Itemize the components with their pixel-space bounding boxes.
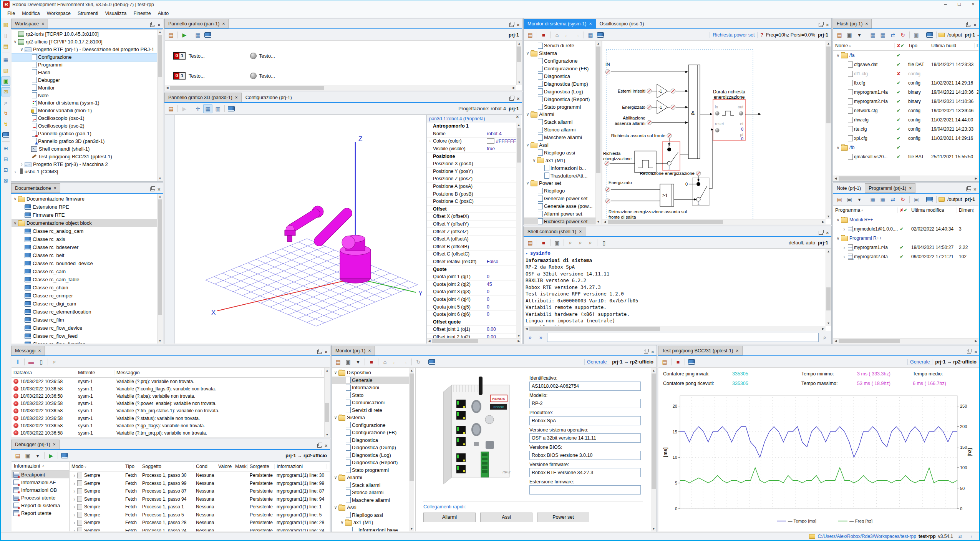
pause-icon[interactable]: ‖ — [13, 357, 22, 367]
expand-gutter[interactable]: › — [427, 139, 433, 143]
close-icon[interactable]: × — [517, 23, 520, 27]
attach-icon[interactable]: ↯ — [1, 109, 10, 118]
build-sel-icon[interactable]: ▦ — [878, 195, 887, 204]
property-row[interactable]: Nomerobot-4 — [427, 130, 516, 138]
tree-item[interactable]: Configurazione — [524, 57, 595, 65]
tree-item[interactable]: Generale — [332, 377, 409, 384]
tree-item[interactable]: Classe rc_elementlocation — [12, 308, 157, 316]
field-value[interactable]: AS1018.002-A062754 — [529, 382, 641, 391]
tree-item[interactable]: ∨Assi — [332, 504, 409, 511]
tab-monitor[interactable]: Monitor (prj-1)× — [332, 346, 375, 355]
properties-icon[interactable]: ▤ — [835, 30, 844, 40]
message-row[interactable]: ×10/03/2022 10:36:58sysm-1Variabile (?.e… — [12, 392, 324, 400]
scrollbar[interactable]: ▲▼ — [595, 41, 601, 224]
reload-icon[interactable]: ↻ — [898, 30, 907, 40]
tree-item[interactable]: Stack allarmi — [332, 481, 409, 489]
tree-item[interactable]: Pannello grafico 3D (pan3d-1) — [12, 137, 157, 145]
property-row[interactable]: Offset C (offsetC) — [427, 251, 516, 258]
open-folder-icon[interactable]: ▧ — [1, 66, 10, 75]
table-row[interactable]: rhw.cfg✔config11/02/2021 14:44:00 — [833, 115, 978, 124]
table-row[interactable]: fb.cfg✔config11/02/2021 14:29:16 — [833, 78, 978, 88]
stack-icon[interactable]: ▣ — [23, 451, 32, 460]
column-header[interactable]: Dime — [975, 43, 978, 48]
tree-item[interactable]: Classe rc_bounded_device — [12, 259, 157, 267]
table-row[interactable]: ∨/fa✔ — [833, 51, 978, 60]
tree-item[interactable]: Riepilogo assi — [524, 149, 595, 156]
close-icon[interactable]: × — [368, 348, 371, 353]
package-icon[interactable]: ▧ — [1, 20, 10, 29]
column-header[interactable]: Modo ˅ — [70, 464, 123, 469]
tree-item[interactable]: ∨Sistema — [332, 414, 409, 422]
property-row[interactable]: Offset joint 2 (oj2)0.00 — [427, 334, 516, 339]
close-icon[interactable]: × — [826, 231, 829, 235]
property-row[interactable]: Offset quote — [427, 318, 516, 326]
tree-item[interactable]: Trasduttore/Att... — [524, 172, 595, 179]
property-row[interactable]: Quota joint 5 (qj5)0 — [427, 303, 516, 311]
scrollbar[interactable]: ▲▼ — [409, 368, 414, 531]
scrollbar[interactable]: ◀▶ — [524, 326, 826, 331]
tree-item[interactable]: ›usbc-1 [COM3] — [12, 168, 157, 176]
home-icon[interactable]: ⌂ — [380, 357, 390, 367]
stack-icon[interactable]: ▣ — [343, 357, 353, 367]
quick-button-assi[interactable]: Assi — [480, 513, 532, 522]
column-header[interactable]: Valore — [216, 464, 233, 469]
sync-icon[interactable]: ⇄ — [888, 195, 897, 204]
table-row[interactable]: ›myprogram1.r4a✔19/04/2021 14:50:272.22 — [833, 243, 978, 252]
property-row[interactable]: Antropomorfo 1 — [427, 123, 516, 130]
properties-icon[interactable]: ▤ — [166, 104, 176, 113]
close-icon[interactable]: × — [325, 444, 328, 448]
close-icon[interactable]: × — [38, 348, 41, 353]
twisty-icon[interactable]: › — [841, 255, 847, 259]
quick-button-power-set[interactable]: Power set — [537, 513, 589, 522]
properties-icon[interactable]: ▤ — [333, 357, 343, 367]
find-icon[interactable]: ⌕ — [566, 238, 575, 247]
tree-item[interactable]: ∨Documentazione firmware — [12, 195, 157, 203]
breakpoint-row[interactable]: ›SempreFetchProcesso 1, passo 87NessunaP… — [70, 487, 330, 495]
properties-icon[interactable]: ▤ — [526, 30, 535, 40]
run-history-icon[interactable]: » — [526, 333, 535, 342]
scrollbar[interactable]: ▲▼ — [157, 30, 163, 181]
forward-icon[interactable]: → — [572, 30, 582, 40]
tab-flash[interactable]: Flash (prj-1)× — [833, 19, 872, 28]
tree-item[interactable]: Generale power set — [524, 195, 595, 202]
column-header[interactable]: Messaggio — [114, 370, 322, 375]
menu-aiuto[interactable]: Aiuto — [154, 11, 172, 16]
property-row[interactable]: Offset X (offsetX) — [427, 213, 516, 221]
twisty-icon[interactable]: ∨ — [12, 196, 18, 201]
twisty-icon[interactable]: ∨ — [525, 181, 531, 186]
tree-item[interactable]: Storico allarmi — [524, 126, 595, 134]
twisty-icon[interactable]: › — [841, 227, 847, 231]
zoom-out-icon[interactable]: ⌕ — [586, 238, 595, 247]
property-row[interactable]: Quote — [427, 266, 516, 273]
tree-item[interactable]: ∨Power set — [524, 179, 595, 187]
tree-item[interactable]: ∨Dispositivo — [332, 369, 409, 377]
twisty-icon[interactable]: ∨ — [525, 51, 531, 56]
stop-icon[interactable]: ■ — [539, 238, 548, 247]
close-icon[interactable]: × — [651, 350, 654, 354]
sidebar-item-informazioni-af[interactable]: Informazioni AF — [12, 478, 69, 486]
window-dock-up-icon[interactable]: ⊟ — [1, 154, 10, 164]
run-icon[interactable]: ▶ — [180, 104, 189, 113]
dock-icon[interactable] — [819, 231, 823, 235]
windows-close-all-icon[interactable]: ⊠ — [1, 176, 10, 185]
twisty-icon[interactable]: ∨ — [525, 112, 531, 117]
tree-item[interactable]: Classe rc_cam_table — [12, 275, 157, 284]
twisty-icon[interactable]: ∨ — [333, 475, 338, 480]
tree-item[interactable]: ∨Documentazione object block — [12, 219, 157, 227]
field-value[interactable]: Robox BIOS versione 3.0.10 — [529, 451, 641, 460]
tree-item[interactable]: ∨Allarmi — [524, 111, 595, 118]
tree-item[interactable]: ∨Assi — [524, 141, 595, 149]
tree-item[interactable]: Diagnostica — [524, 73, 595, 80]
property-row[interactable]: Quota joint 6 (qj6)0 — [427, 311, 516, 319]
hand-icon[interactable]: ▣ — [552, 238, 562, 247]
twisty-icon[interactable]: ∨ — [12, 39, 18, 44]
property-row[interactable]: Offset — [427, 206, 516, 213]
property-row[interactable]: Offset Z (offsetZ) — [427, 228, 516, 236]
close-icon[interactable]: × — [589, 21, 592, 27]
page-icon[interactable]: ▯ — [36, 357, 46, 367]
property-row[interactable]: Posizione Z (posZ) — [427, 175, 516, 183]
scrollbar[interactable]: ▲▼ — [516, 123, 521, 339]
field-value[interactable]: Robox RTE versione 34.27.3 — [529, 468, 641, 477]
tree-item[interactable]: Classe rc_chain — [12, 284, 157, 292]
close-icon[interactable]: × — [516, 115, 519, 123]
